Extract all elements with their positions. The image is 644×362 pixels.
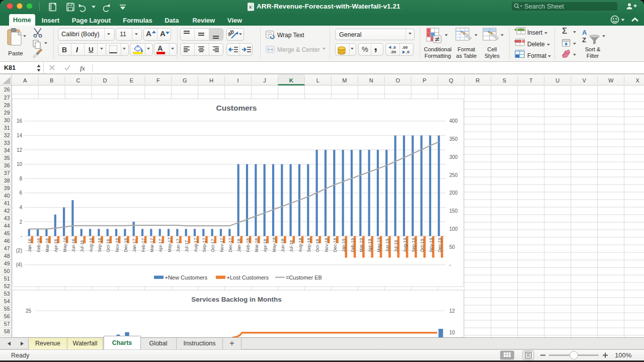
svg-text:Aug-19: Aug-19 <box>403 238 408 252</box>
svg-text:27: 27 <box>4 95 10 101</box>
svg-text:Feb-17: Feb-17 <box>141 238 146 252</box>
svg-text:S: S <box>503 77 506 83</box>
svg-text:Oct-16: Oct-16 <box>106 239 111 252</box>
svg-text:U: U <box>555 77 559 83</box>
svg-text:300: 300 <box>449 154 458 160</box>
svg-text:D: D <box>103 77 107 83</box>
svg-text:Sep-19: Sep-19 <box>411 238 416 252</box>
svg-text:Sep-17: Sep-17 <box>202 238 207 252</box>
svg-text:Jun-19: Jun-19 <box>385 238 390 252</box>
svg-text:31: 31 <box>4 125 10 131</box>
svg-text:May-18: May-18 <box>272 237 277 252</box>
svg-text:K: K <box>289 77 294 83</box>
svg-text:Dec-17: Dec-17 <box>228 238 233 252</box>
svg-text:Nov-16: Nov-16 <box>115 238 120 252</box>
svg-text:V: V <box>583 77 587 83</box>
svg-text:A: A <box>23 77 27 83</box>
svg-text:B: B <box>50 77 53 83</box>
svg-text:51: 51 <box>4 276 10 282</box>
svg-text:12: 12 <box>449 308 455 314</box>
svg-text:36: 36 <box>4 162 10 168</box>
svg-text:Nov-18: Nov-18 <box>324 238 329 252</box>
svg-text:50: 50 <box>449 244 455 250</box>
svg-text:44: 44 <box>4 223 10 229</box>
svg-text:34: 34 <box>4 147 10 153</box>
svg-text:May-19: May-19 <box>376 237 381 252</box>
svg-text:x: x <box>249 5 252 10</box>
svg-text:Aug-17: Aug-17 <box>193 238 198 252</box>
svg-text:+Lost Customers: +Lost Customers <box>227 275 269 281</box>
svg-text:W: W <box>608 77 614 83</box>
svg-text:Mar-19: Mar-19 <box>359 238 364 252</box>
svg-text:55: 55 <box>4 306 10 312</box>
svg-text:Oct-19: Oct-19 <box>420 239 425 252</box>
svg-text:Sep-18: Sep-18 <box>306 238 311 252</box>
svg-text:Aug-18: Aug-18 <box>298 238 303 252</box>
svg-text:.0: .0 <box>392 45 396 50</box>
svg-text:-: - <box>449 262 451 267</box>
svg-text:150: 150 <box>449 208 458 214</box>
svg-text:14: 14 <box>17 133 23 138</box>
svg-text:Nov-19: Nov-19 <box>429 238 434 252</box>
svg-text:Jan-17: Jan-17 <box>132 238 137 252</box>
svg-text:39: 39 <box>4 185 10 191</box>
svg-text:Feb-19: Feb-19 <box>350 238 355 252</box>
svg-text:E: E <box>130 77 133 83</box>
svg-text:41: 41 <box>4 200 10 206</box>
svg-text:P: P <box>423 77 426 83</box>
svg-text:25: 25 <box>26 308 32 314</box>
svg-text:29: 29 <box>4 110 10 116</box>
svg-text:30: 30 <box>4 117 10 123</box>
svg-text:L: L <box>316 77 319 83</box>
svg-text:(4): (4) <box>16 262 22 267</box>
svg-text:Jul-19: Jul-19 <box>393 240 398 252</box>
svg-text:T: T <box>529 77 533 83</box>
svg-text:R: R <box>476 77 480 83</box>
svg-text:37: 37 <box>4 170 10 176</box>
svg-text:May-16: May-16 <box>62 237 67 252</box>
svg-text:C: C <box>76 77 80 83</box>
svg-text:Sep-16: Sep-16 <box>97 238 102 252</box>
svg-text:49: 49 <box>4 260 10 266</box>
svg-text:(2): (2) <box>16 248 22 253</box>
svg-text:Mar-16: Mar-16 <box>45 238 50 252</box>
svg-text:8: 8 <box>19 176 22 182</box>
svg-text:100: 100 <box>449 226 458 232</box>
svg-text:A: A <box>582 29 587 36</box>
svg-text:Jan-19: Jan-19 <box>341 238 346 252</box>
svg-text:Jul-18: Jul-18 <box>289 240 294 252</box>
svg-text:Mar-17: Mar-17 <box>149 238 154 252</box>
svg-text:54: 54 <box>4 298 10 304</box>
svg-text:=Customer EB: =Customer EB <box>286 275 322 281</box>
svg-text:6: 6 <box>19 190 22 196</box>
svg-text:O: O <box>395 77 400 83</box>
svg-text:400: 400 <box>449 118 458 124</box>
svg-text:.00: .00 <box>390 50 396 54</box>
svg-text:Feb-16: Feb-16 <box>36 238 41 252</box>
svg-text:Apr-18: Apr-18 <box>263 239 268 252</box>
svg-text:Jun-17: Jun-17 <box>176 238 181 252</box>
svg-text:52: 52 <box>4 283 10 289</box>
svg-text:45: 45 <box>4 230 10 236</box>
svg-text:M: M <box>342 77 347 83</box>
svg-text:38: 38 <box>4 177 10 184</box>
svg-text:57: 57 <box>4 321 10 327</box>
svg-text:50: 50 <box>4 268 10 274</box>
svg-text:-: - <box>21 233 22 239</box>
svg-text:40: 40 <box>4 193 10 199</box>
svg-text:56: 56 <box>4 313 10 319</box>
svg-text:H: H <box>209 77 213 83</box>
svg-text:Dec-16: Dec-16 <box>123 238 128 252</box>
svg-text:Dec-19: Dec-19 <box>437 238 442 252</box>
svg-text:Q: Q <box>449 77 453 83</box>
svg-text:Jun-18: Jun-18 <box>280 238 285 252</box>
svg-text:Nov-17: Nov-17 <box>219 238 224 252</box>
svg-text:200: 200 <box>449 190 458 196</box>
svg-text:.00: .00 <box>402 45 408 50</box>
svg-text:46: 46 <box>4 238 10 244</box>
svg-text:32: 32 <box>4 132 10 138</box>
svg-text:43: 43 <box>4 215 10 221</box>
svg-text:May-17: May-17 <box>167 237 172 252</box>
svg-text:Apr-19: Apr-19 <box>367 239 372 252</box>
svg-text:4: 4 <box>19 205 22 210</box>
